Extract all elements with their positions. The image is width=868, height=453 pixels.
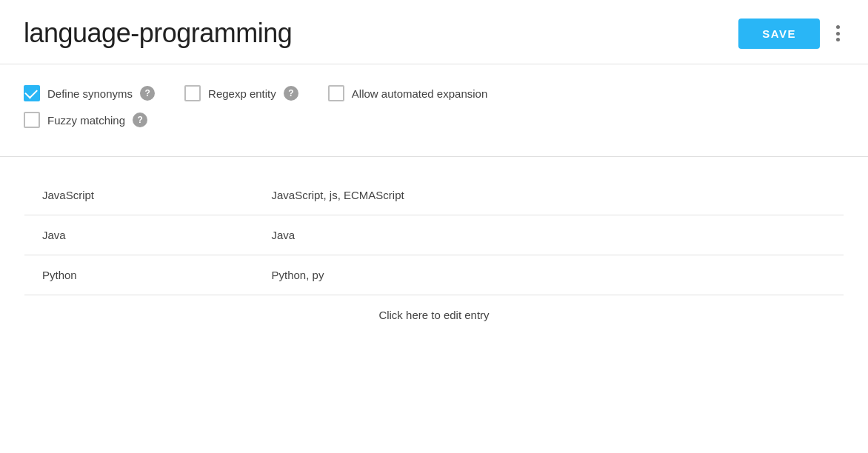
help-icon-define-synonyms[interactable]: ? [140, 86, 155, 101]
option-allow-automated-expansion-label: Allow automated expansion [352, 87, 487, 100]
click-to-edit-label[interactable]: Click here to edit entry [24, 295, 844, 335]
add-entry-row[interactable]: Click here to edit entry [24, 295, 844, 335]
option-define-synonyms-label: Define synonyms [47, 87, 133, 100]
options-row-2: Fuzzy matching ? [24, 112, 844, 128]
option-allow-automated-expansion[interactable]: Allow automated expansion [328, 85, 487, 101]
header-actions: SAVE [738, 19, 844, 49]
checkbox-regexp-entity[interactable] [184, 85, 201, 101]
entity-value: JavaScript, js, ECMAScript [254, 175, 844, 215]
more-icon-dot [836, 32, 840, 36]
option-fuzzy-matching[interactable]: Fuzzy matching ? [24, 112, 147, 128]
option-fuzzy-matching-label: Fuzzy matching [47, 114, 125, 127]
checkbox-define-synonyms[interactable] [24, 85, 40, 101]
help-icon-fuzzy-matching[interactable]: ? [133, 113, 147, 127]
table-row[interactable]: Python Python, py [24, 255, 844, 295]
entity-table: JavaScript JavaScript, js, ECMAScript Ja… [24, 175, 844, 335]
options-row-1: Define synonyms ? Regexp entity ? Allow … [24, 85, 844, 101]
entity-key: JavaScript [24, 175, 254, 215]
help-icon-regexp-entity[interactable]: ? [284, 86, 298, 101]
header: language-programming SAVE [0, 0, 868, 64]
entity-key: Python [24, 255, 254, 295]
option-define-synonyms[interactable]: Define synonyms ? [24, 85, 155, 101]
page: language-programming SAVE Define synonym… [0, 0, 868, 335]
entity-value: Python, py [254, 255, 844, 295]
table-row[interactable]: JavaScript JavaScript, js, ECMAScript [24, 175, 844, 215]
option-regexp-entity[interactable]: Regexp entity ? [184, 85, 298, 101]
more-menu-button[interactable] [832, 21, 844, 46]
more-icon-dot [836, 25, 840, 29]
table-row[interactable]: Java Java [24, 215, 844, 255]
checkbox-fuzzy-matching[interactable] [24, 112, 40, 128]
page-title: language-programming [24, 18, 292, 49]
save-button[interactable]: SAVE [738, 19, 820, 49]
options-area: Define synonyms ? Regexp entity ? Allow … [0, 64, 868, 157]
entity-key: Java [24, 215, 254, 255]
table-area: JavaScript JavaScript, js, ECMAScript Ja… [0, 157, 868, 335]
entity-value: Java [254, 215, 844, 255]
more-icon-dot [836, 38, 840, 41]
option-regexp-entity-label: Regexp entity [208, 87, 276, 100]
checkbox-allow-automated-expansion[interactable] [328, 85, 344, 101]
